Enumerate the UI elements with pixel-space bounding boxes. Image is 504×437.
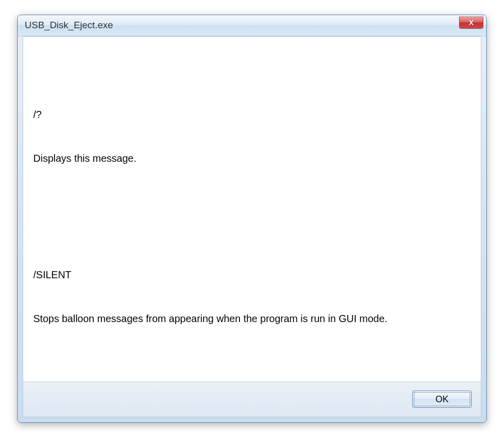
close-icon: X	[469, 19, 473, 27]
command-description: Displays this message.	[33, 151, 471, 166]
window-title: USB_Disk_Eject.exe	[25, 20, 113, 31]
ok-button[interactable]: OK	[412, 391, 472, 408]
command-description: Stops balloon messages from appearing wh…	[33, 311, 471, 326]
help-section: /? Displays this message.	[33, 78, 471, 195]
help-section: /SILENT Stops balloon messages from appe…	[33, 238, 471, 355]
message-content-area: /? Displays this message. /SILENT Stops …	[23, 36, 481, 382]
dialog-window: USB_Disk_Eject.exe X /? Displays this me…	[17, 15, 487, 423]
message-text: /? Displays this message. /SILENT Stops …	[33, 49, 471, 382]
button-bar: OK	[23, 382, 481, 417]
command-switch: /?	[33, 107, 471, 122]
close-button[interactable]: X	[459, 17, 483, 29]
command-switch: /SILENT	[33, 268, 471, 282]
titlebar[interactable]: USB_Disk_Eject.exe X	[18, 15, 486, 36]
